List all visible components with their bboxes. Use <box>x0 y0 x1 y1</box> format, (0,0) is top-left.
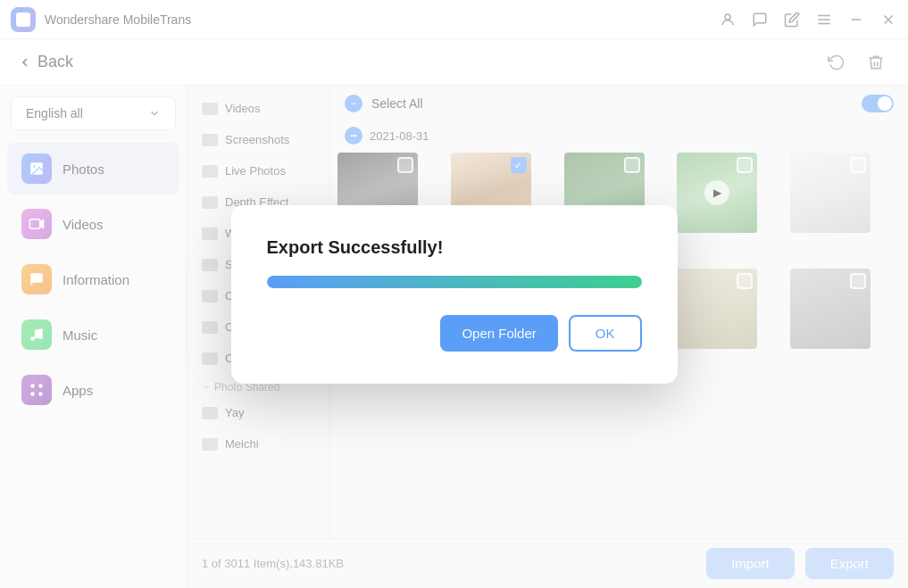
modal-backdrop: Export Successfully! Open Folder OK <box>0 0 908 588</box>
progress-bar-fill <box>267 276 642 288</box>
modal-actions: Open Folder OK <box>267 315 642 352</box>
ok-button[interactable]: OK <box>569 315 642 352</box>
export-success-modal: Export Successfully! Open Folder OK <box>231 205 678 384</box>
modal-title: Export Successfully! <box>267 237 642 258</box>
open-folder-button[interactable]: Open Folder <box>440 315 557 352</box>
progress-bar-container <box>267 276 642 288</box>
